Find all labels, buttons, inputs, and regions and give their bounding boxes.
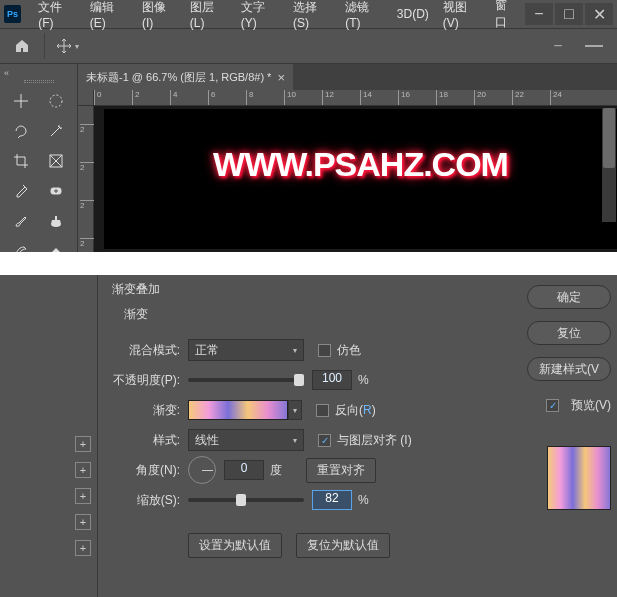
- scale-label: 缩放(S):: [112, 492, 180, 509]
- ps-logo: Ps: [4, 5, 21, 23]
- scrollbar-vertical[interactable]: [602, 108, 616, 222]
- add-effect-button[interactable]: +: [75, 462, 91, 478]
- preview-checkbox[interactable]: [546, 399, 559, 412]
- menu-type[interactable]: 文字(Y): [234, 0, 286, 34]
- preview-label: 预览(V): [571, 397, 611, 414]
- healing-tool-icon[interactable]: [42, 179, 72, 203]
- brush-tool-icon[interactable]: [6, 209, 36, 233]
- angle-label: 角度(N):: [112, 462, 180, 479]
- document-tab-title: 未标题-1 @ 66.7% (图层 1, RGB/8#) *: [86, 70, 271, 85]
- section-subtitle: 渐变: [124, 306, 523, 323]
- angle-dial[interactable]: [188, 456, 216, 484]
- toolbox: [0, 64, 78, 252]
- ok-button[interactable]: 确定: [527, 285, 611, 309]
- new-style-button[interactable]: 新建样式(V: [527, 357, 611, 381]
- dither-label: 仿色: [337, 342, 361, 359]
- window-minimize-button[interactable]: −: [525, 3, 553, 25]
- opacity-label: 不透明度(P):: [112, 372, 180, 389]
- toolbox-handle[interactable]: [6, 80, 71, 83]
- menu-view[interactable]: 视图(V): [436, 0, 488, 34]
- menu-filter[interactable]: 滤镜(T): [338, 0, 390, 34]
- angle-input[interactable]: 0: [224, 460, 264, 480]
- divider: [44, 33, 45, 59]
- gradient-dropdown-icon[interactable]: ▾: [288, 400, 302, 420]
- opacity-input[interactable]: 100: [312, 370, 352, 390]
- add-effect-button[interactable]: +: [75, 540, 91, 556]
- move-tool-icon[interactable]: [6, 89, 36, 113]
- reverse-label: 反向(R): [335, 402, 376, 419]
- reset-alignment-button[interactable]: 重置对齐: [306, 458, 376, 483]
- reset-default-button[interactable]: 复位为默认值: [296, 533, 390, 558]
- add-effect-button[interactable]: +: [75, 514, 91, 530]
- percent-unit: %: [358, 493, 369, 507]
- menu-3d[interactable]: 3D(D): [390, 3, 436, 25]
- ruler-vertical: 2 2 2 2: [78, 106, 94, 252]
- marquee-tool-icon[interactable]: [42, 89, 72, 113]
- canvas-viewport[interactable]: WWW.PSAHZ.COM: [94, 106, 617, 252]
- canvas-text-layer: WWW.PSAHZ.COM: [104, 145, 617, 184]
- angle-unit: 度: [270, 462, 282, 479]
- close-tab-icon[interactable]: ×: [277, 70, 285, 85]
- make-default-button[interactable]: 设置为默认值: [188, 533, 282, 558]
- eyedropper-tool-icon[interactable]: [6, 179, 36, 203]
- align-layer-checkbox[interactable]: [318, 434, 331, 447]
- add-effect-button[interactable]: +: [75, 436, 91, 452]
- menu-select[interactable]: 选择(S): [286, 0, 338, 34]
- menu-image[interactable]: 图像(I): [135, 0, 183, 34]
- add-effect-button[interactable]: +: [75, 488, 91, 504]
- gradient-label: 渐变:: [112, 402, 180, 419]
- home-icon[interactable]: [10, 34, 34, 58]
- reverse-checkbox[interactable]: [316, 404, 329, 417]
- style-label: 样式:: [112, 432, 180, 449]
- clone-stamp-tool-icon[interactable]: [42, 209, 72, 233]
- opacity-slider[interactable]: [188, 378, 304, 382]
- options-panel-icon[interactable]: [581, 35, 607, 57]
- svg-point-0: [50, 95, 62, 107]
- move-tool-options-icon[interactable]: ▾: [55, 34, 79, 58]
- style-select[interactable]: 线性▾: [188, 429, 304, 451]
- window-maximize-button[interactable]: □: [555, 3, 583, 25]
- menu-edit[interactable]: 编辑(E): [83, 0, 135, 34]
- options-menu-icon[interactable]: −: [545, 35, 571, 57]
- expand-toolbar-icon[interactable]: «: [4, 68, 16, 78]
- crop-tool-icon[interactable]: [6, 149, 36, 173]
- blend-mode-select[interactable]: 正常▾: [188, 339, 304, 361]
- menu-window[interactable]: 窗口: [488, 0, 525, 35]
- scale-input[interactable]: 82: [312, 490, 352, 510]
- cancel-button[interactable]: 复位: [527, 321, 611, 345]
- lasso-tool-icon[interactable]: [6, 119, 36, 143]
- preview-swatch: [547, 446, 611, 510]
- gradient-swatch[interactable]: [188, 400, 288, 420]
- ruler-horizontal: 0 2 4 6 8 10 12 14 16 18 20 22 24: [78, 90, 617, 106]
- align-layer-label: 与图层对齐 (I): [337, 432, 412, 449]
- scale-slider[interactable]: [188, 498, 304, 502]
- frame-tool-icon[interactable]: [42, 149, 72, 173]
- window-close-button[interactable]: ✕: [585, 3, 613, 25]
- dither-checkbox[interactable]: [318, 344, 331, 357]
- blend-mode-label: 混合模式:: [112, 342, 180, 359]
- document-tab[interactable]: 未标题-1 @ 66.7% (图层 1, RGB/8#) * ×: [78, 64, 293, 90]
- percent-unit: %: [358, 373, 369, 387]
- layer-style-list: + + + + +: [0, 275, 98, 597]
- menu-layer[interactable]: 图层(L): [183, 0, 234, 34]
- menu-file[interactable]: 文件(F): [31, 0, 83, 34]
- section-title: 渐变叠加: [112, 281, 523, 298]
- magic-wand-tool-icon[interactable]: [42, 119, 72, 143]
